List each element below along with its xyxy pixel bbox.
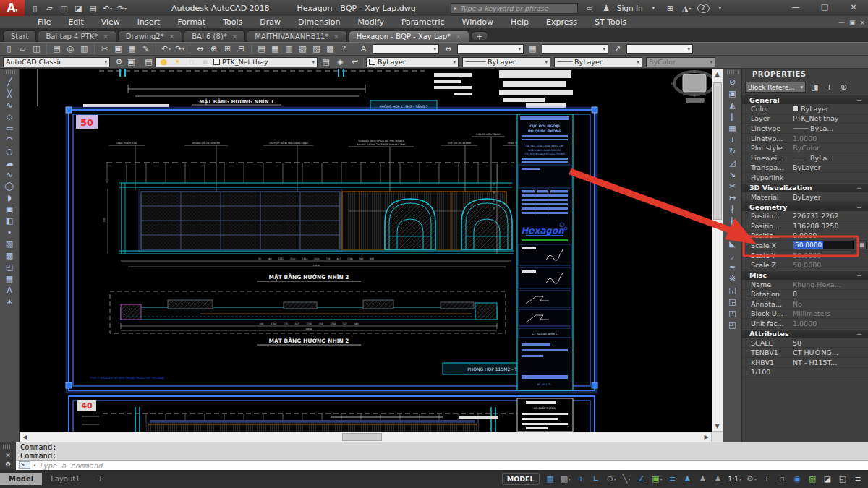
layer-freeze-sun-icon[interactable]: ☀ [171,56,184,68]
tab-close-icon[interactable]: ✕ [232,33,238,40]
command-caret-icon[interactable]: ▾ [33,463,36,468]
polar-tracking-caret-icon[interactable]: ▾ [614,476,616,481]
menu-edit[interactable]: Edit [59,16,92,29]
ellipse-icon[interactable]: ◯ [4,180,16,192]
property-value[interactable]: NT - H115T... [790,359,868,367]
menu-st-tools[interactable]: ST Tools [586,16,635,29]
clean-screen-icon[interactable]: ◱ [835,472,850,486]
property-value[interactable]: 50.0000 [790,261,868,269]
stretch-icon[interactable]: ↘ [726,168,739,180]
property-value[interactable]: No [790,300,868,308]
bring-to-front-icon[interactable]: ◱ [726,284,739,296]
vertical-scrollbar[interactable]: ▲ ▼ [712,69,723,432]
text-style-icon[interactable]: A [357,43,370,55]
circle-icon[interactable]: ○ [4,145,16,157]
table-style-select[interactable]: ▾ [542,44,608,54]
properties-palette-icon[interactable]: ▤ [255,43,268,55]
isolate-objects-icon[interactable]: ▫ [775,472,789,486]
toggle-pickadd-icon[interactable]: ◨ [809,81,821,93]
section-collapse-icon[interactable]: − [856,203,862,211]
rectangle-icon[interactable]: ▭ [4,122,16,134]
property-row[interactable]: Scale Z50.0000 [742,260,868,270]
new-file-icon[interactable]: ▯ [29,2,41,14]
region-icon[interactable]: ◰ [4,261,16,273]
rotate-icon[interactable]: ↻ [726,145,739,157]
property-row[interactable]: Scale X50.0000▦ [742,241,868,251]
property-row[interactable]: LayerPTK_Net thay [742,114,868,124]
isometric-drafting-icon[interactable]: ╲▾ [619,472,634,486]
snap-mode-caret-icon[interactable]: ▾ [569,476,571,481]
property-value[interactable]: PTK_Net thay [790,114,868,122]
scroll-up-icon[interactable]: ▲ [712,69,722,79]
toolbar-grip[interactable] [727,70,739,74]
annotation-scale-button[interactable]: 1:1▾ [726,472,744,486]
properties-section-header[interactable]: Geometry− [742,202,868,211]
arc-icon[interactable]: ◠ [4,134,16,145]
copy-clip-icon[interactable]: ▣ [112,43,124,55]
explode-icon[interactable]: ※ [726,273,739,284]
property-row[interactable]: Plot styleByColor [742,143,868,153]
menu-express[interactable]: Express [537,16,586,29]
bring-above-icon[interactable]: ◳ [726,307,739,319]
search-icon[interactable]: ∞ [584,2,596,14]
scale-icon[interactable]: ◿ [726,157,739,168]
vertical-scroll-thumb[interactable] [713,82,722,220]
menu-modify[interactable]: Modify [349,16,393,29]
layer-lock-icon[interactable]: ▪ [199,56,211,68]
autodesk-360-icon[interactable]: ◮▾ [681,2,693,14]
new-layout-button[interactable]: + [89,473,112,485]
view-cube[interactable]: NE SW [671,70,712,103]
menu-insert[interactable]: Insert [129,16,169,29]
save-icon[interactable]: ◫ [30,43,43,55]
property-value[interactable]: ByLayer [790,163,868,171]
zoom-window-icon[interactable]: ⊞ [221,43,234,55]
properties-section-header[interactable]: General− [742,95,868,104]
paste-icon[interactable]: ▦ [126,43,138,55]
property-row[interactable]: Block U...Millimeters [742,309,868,320]
workspace-switching-caret-icon[interactable]: ▾ [754,476,757,481]
layer-viewport-icon[interactable]: ▫ [185,56,197,68]
property-row[interactable]: Linetyp...1.0000 [742,134,868,144]
polyline-icon[interactable]: ∿ [4,99,16,111]
tab-close-icon[interactable]: ✕ [333,33,339,40]
section-collapse-icon[interactable]: − [856,184,862,192]
tab-bai-tap-4[interactable]: Bai tap 4 PTK*✕ [38,30,116,42]
app-store-cart-icon[interactable]: ⊞ [664,2,676,14]
property-value[interactable]: 50 [790,339,868,347]
object-snap-tracking-icon[interactable]: ∠ [634,472,649,486]
menu-tools[interactable]: Tools [214,16,251,29]
tool-palettes-icon[interactable]: ▥ [283,43,295,55]
lineweight-control-select[interactable]: ———ByLayer▾ [554,57,642,67]
construction-line-icon[interactable]: ╳ [4,87,16,99]
property-row[interactable]: NameKhung Hexa... [742,280,868,290]
join-icon[interactable]: ∪ [726,226,739,238]
extend-icon[interactable]: ↦ [726,192,739,203]
cut-icon[interactable]: ✂ [98,43,111,55]
property-value[interactable]: CT HƯỚNG... [790,348,868,356]
workspace-switching-icon[interactable]: ⚙▾ [744,472,759,486]
property-row[interactable]: Annota...No [742,299,868,309]
command-history[interactable]: Command: Command: [16,442,868,460]
system-monitor-icon[interactable]: ◪ [820,472,835,486]
break-at-point-icon[interactable]: ∤ [726,203,739,215]
property-row[interactable]: Hyperlink [742,173,868,183]
property-row[interactable]: Transpa...ByLayer [742,163,868,174]
property-value[interactable]: 1.0000 [790,134,868,142]
save-as-icon[interactable]: ◪ [72,2,85,14]
polar-tracking-icon[interactable]: ⊙▾ [604,472,618,486]
redo-caret-icon[interactable]: ▾ [124,6,127,11]
tab-start[interactable]: Start [3,30,36,42]
dimension-style-icon[interactable]: ↔ [442,43,454,55]
property-value[interactable]: Khung Hexa... [790,281,868,288]
property-value[interactable]: 226731.2262 [790,212,868,220]
scroll-left-icon[interactable]: ◀ [20,432,30,442]
property-row[interactable]: Positio...226731.2262 [742,211,868,221]
selected-block-sheet-50[interactable]: 50 TRẦN THẠCH CAO KHUNG GỖ CN, VENEER VÁ… [66,107,597,392]
model-space-toggle[interactable]: MODEL [502,473,540,485]
tab-model[interactable]: Model [0,473,42,485]
erase-icon[interactable]: ⊘ [726,76,739,87]
select-objects-icon[interactable]: + [823,81,835,93]
new-file-icon[interactable]: ▯ [3,43,15,55]
break-icon[interactable]: ∦ [726,215,739,226]
tab-maithivananh[interactable]: MAITHIVANANHB11*✕ [247,30,347,42]
